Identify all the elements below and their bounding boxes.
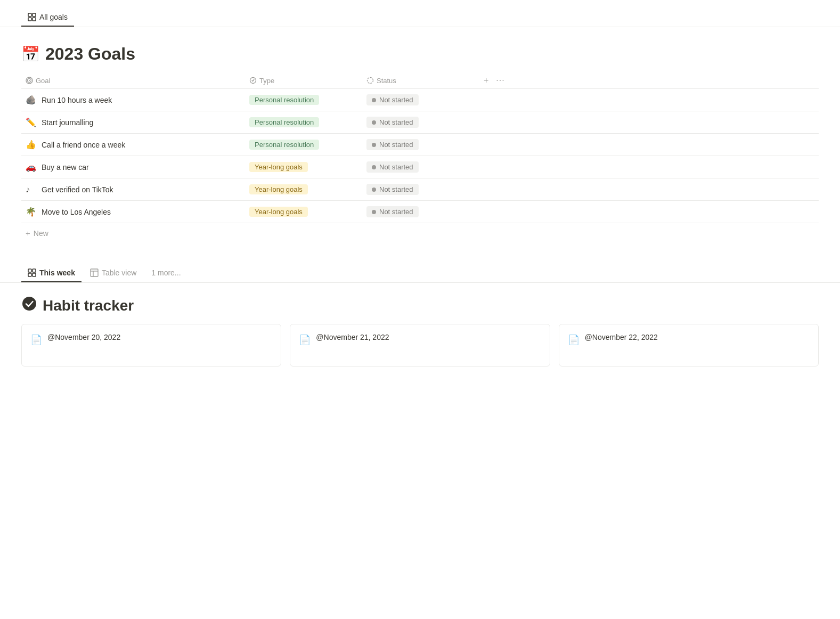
svg-rect-9 <box>28 269 31 272</box>
goal-cell: 🪨 Run 10 hours a week <box>26 95 249 105</box>
status-cell: Not started <box>366 94 484 105</box>
card-nov-21[interactable]: 📄 @November 21, 2022 <box>290 324 550 366</box>
svg-rect-10 <box>32 269 36 272</box>
grid-small-icon <box>28 268 36 277</box>
new-row-label: New <box>34 229 48 238</box>
card-doc-icon-1: 📄 <box>30 334 42 346</box>
add-column-button[interactable]: + <box>484 76 488 85</box>
card-nov-22[interactable]: 📄 @November 22, 2022 <box>559 324 819 366</box>
col-header-type: Type <box>249 77 366 85</box>
table-row[interactable]: 🚗 Buy a new car Year-long goals Not star… <box>21 156 819 178</box>
card-doc-icon-3: 📄 <box>568 334 580 346</box>
table-row[interactable]: ✏️ Start journalling Personal resolution… <box>21 111 819 134</box>
tab-this-week-label: This week <box>39 268 75 277</box>
grid-icon <box>28 13 36 21</box>
goal-cell: 🌴 Move to Los Angeles <box>26 207 249 217</box>
table-row[interactable]: 🪨 Run 10 hours a week Personal resolutio… <box>21 89 819 111</box>
habit-tracker-icon <box>21 296 37 315</box>
type-badge: Personal resolution <box>249 95 319 105</box>
type-cell: Personal resolution <box>249 95 366 105</box>
card-label-2: @November 21, 2022 <box>316 333 389 341</box>
status-dot <box>372 210 376 214</box>
filter-icon <box>249 77 257 84</box>
goal-name: Get verified on TikTok <box>42 185 113 194</box>
goal-emoji: 👍 <box>26 140 37 150</box>
table-rows: 🪨 Run 10 hours a week Personal resolutio… <box>21 89 819 223</box>
card-nov-20[interactable]: 📄 @November 20, 2022 <box>21 324 281 366</box>
card-label-3: @November 22, 2022 <box>585 333 658 341</box>
tab-more[interactable]: 1 more... <box>145 264 187 282</box>
col-header-status: Status <box>366 77 484 85</box>
type-cell: Year-long goals <box>249 207 366 217</box>
goal-emoji: 🌴 <box>26 207 37 217</box>
goals-table: Goal Type Status + ··· 🪨 Run 10 hours a … <box>0 72 840 243</box>
status-cell: Not started <box>366 139 484 150</box>
svg-rect-0 <box>28 13 31 17</box>
status-dot <box>372 120 376 125</box>
bottom-nav-tabs: This week Table view 1 more... <box>0 243 840 283</box>
goal-name: Start journalling <box>42 118 93 127</box>
goal-emoji: 🪨 <box>26 95 37 105</box>
goal-emoji: ♪ <box>26 185 37 194</box>
type-badge: Year-long goals <box>249 162 308 172</box>
svg-rect-12 <box>32 273 36 276</box>
goal-cell: ♪ Get verified on TikTok <box>26 185 249 194</box>
page-header-icon: 📅 <box>21 45 40 63</box>
svg-point-6 <box>29 80 30 81</box>
type-cell: Personal resolution <box>249 117 366 127</box>
tab-table-view-label: Table view <box>102 268 136 277</box>
svg-rect-2 <box>28 18 31 21</box>
habit-tracker-title: Habit tracker <box>43 297 134 314</box>
table-row[interactable]: 🌴 Move to Los Angeles Year-long goals No… <box>21 201 819 223</box>
type-badge: Year-long goals <box>249 207 308 217</box>
type-badge: Personal resolution <box>249 117 319 127</box>
top-nav-tabs: All goals <box>0 0 840 27</box>
plus-icon: + <box>26 229 30 238</box>
status-badge: Not started <box>366 206 419 217</box>
svg-point-16 <box>22 297 36 311</box>
status-badge: Not started <box>366 139 419 150</box>
svg-rect-1 <box>32 13 36 17</box>
goal-cell: 👍 Call a friend once a week <box>26 140 249 150</box>
table-header-row: Goal Type Status + ··· <box>21 72 819 89</box>
goal-cell: 🚗 Buy a new car <box>26 162 249 172</box>
goal-emoji: 🚗 <box>26 162 37 172</box>
goal-name: Move to Los Angeles <box>42 208 111 216</box>
tab-all-goals-label: All goals <box>39 13 68 21</box>
tab-table-view[interactable]: Table view <box>84 264 143 282</box>
svg-rect-3 <box>32 18 36 21</box>
habit-tracker-header: Habit tracker <box>0 283 840 324</box>
more-options-button[interactable]: ··· <box>496 76 504 85</box>
status-dot <box>372 98 376 102</box>
status-badge: Not started <box>366 184 419 195</box>
status-cell: Not started <box>366 184 484 195</box>
status-cell: Not started <box>366 117 484 128</box>
status-badge: Not started <box>366 161 419 173</box>
type-cell: Year-long goals <box>249 162 366 172</box>
goal-name: Buy a new car <box>42 163 89 172</box>
table-icon <box>90 268 99 277</box>
card-label-1: @November 20, 2022 <box>47 333 120 341</box>
svg-rect-11 <box>28 273 31 276</box>
status-badge: Not started <box>366 94 419 105</box>
type-cell: Personal resolution <box>249 140 366 150</box>
goal-name: Call a friend once a week <box>42 141 125 149</box>
target-icon <box>26 77 33 84</box>
goal-emoji: ✏️ <box>26 117 37 127</box>
tab-more-label: 1 more... <box>151 268 181 277</box>
svg-rect-13 <box>91 269 98 276</box>
new-row-button[interactable]: + New <box>21 223 819 243</box>
status-cell: Not started <box>366 161 484 173</box>
habit-tracker-cards: 📄 @November 20, 2022 📄 @November 21, 202… <box>0 324 840 382</box>
goal-name: Run 10 hours a week <box>42 96 112 104</box>
table-header-actions: + ··· <box>484 76 516 85</box>
table-row[interactable]: 👍 Call a friend once a week Personal res… <box>21 134 819 156</box>
type-cell: Year-long goals <box>249 184 366 194</box>
tab-all-goals[interactable]: All goals <box>21 9 74 27</box>
status-dot <box>372 143 376 147</box>
tab-this-week[interactable]: This week <box>21 264 81 282</box>
type-badge: Year-long goals <box>249 184 308 194</box>
table-row[interactable]: ♪ Get verified on TikTok Year-long goals… <box>21 178 819 201</box>
svg-point-8 <box>368 78 373 84</box>
card-doc-icon-2: 📄 <box>299 334 311 346</box>
